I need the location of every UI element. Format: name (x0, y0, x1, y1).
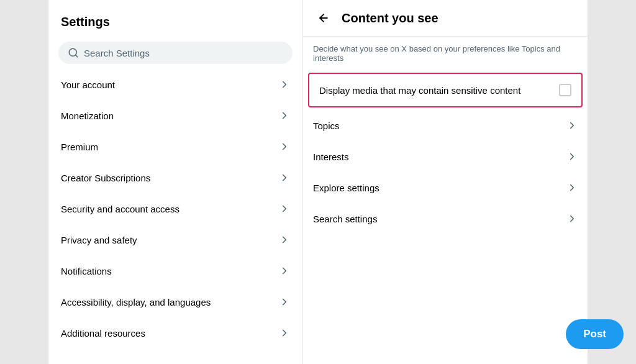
content-panel: Content you see Decide what you see on X… (303, 0, 588, 364)
chevron-right-icon (279, 265, 290, 276)
nav-item-label: Monetization (61, 111, 114, 121)
search-icon (68, 47, 79, 58)
nav-item-label: Accessibility, display, and languages (61, 297, 211, 307)
chevron-right-icon (566, 213, 578, 224)
search-container (48, 37, 302, 69)
sidebar-item-your-account[interactable]: Your account (48, 69, 302, 100)
content-item-sensitive-content[interactable]: Display media that may contain sensitive… (308, 73, 583, 107)
content-item-topics[interactable]: Topics (303, 110, 588, 141)
chevron-right-icon (566, 120, 578, 131)
chevron-right-icon (279, 110, 290, 121)
content-item-label: Topics (313, 121, 340, 131)
nav-item-label: Premium (61, 142, 98, 152)
post-button[interactable]: Post (566, 319, 624, 349)
nav-list: Your account Monetization Premium Creato… (48, 69, 302, 364)
content-item-label: Interests (313, 152, 349, 162)
chevron-right-icon (279, 141, 290, 152)
chevron-right-icon (279, 327, 290, 339)
nav-item-label: Additional resources (61, 328, 145, 339)
back-button[interactable] (313, 7, 334, 29)
settings-modal: Settings Your account Monetization (48, 0, 588, 364)
checkbox[interactable] (559, 84, 571, 96)
nav-item-label: Privacy and safety (61, 235, 137, 245)
chevron-right-icon (279, 296, 290, 307)
checkbox-container[interactable] (559, 84, 571, 96)
content-item-explore-settings[interactable]: Explore settings (303, 172, 588, 203)
sidebar-item-creator-subscriptions[interactable]: Creator Subscriptions (48, 162, 302, 193)
search-input[interactable] (84, 48, 283, 58)
chevron-right-icon (566, 182, 578, 193)
sidebar-item-notifications[interactable]: Notifications (48, 255, 302, 286)
sidebar-item-security-and-account-access[interactable]: Security and account access (48, 193, 302, 224)
content-item-search-settings[interactable]: Search settings (303, 203, 588, 234)
content-title: Content you see (342, 11, 438, 25)
sidebar-title: Settings (61, 10, 290, 37)
sidebar-item-monetization[interactable]: Monetization (48, 100, 302, 131)
chevron-right-icon (279, 234, 290, 245)
app-container: Settings Your account Monetization (0, 0, 636, 364)
sidebar-header: Settings (48, 0, 302, 37)
sidebar-item-privacy-and-safety[interactable]: Privacy and safety (48, 224, 302, 255)
content-subtitle: Decide what you see on X based on your p… (303, 37, 588, 70)
sidebar-item-additional-resources[interactable]: Additional resources (48, 317, 302, 348)
nav-item-label: Your account (61, 80, 115, 90)
svg-line-1 (75, 55, 77, 57)
content-item-label: Display media that may contain sensitive… (319, 85, 520, 96)
chevron-right-icon (566, 151, 578, 162)
search-box[interactable] (58, 42, 293, 64)
sidebar-item-premium[interactable]: Premium (48, 131, 302, 162)
back-arrow-icon (317, 12, 330, 24)
content-item-label: Explore settings (313, 183, 379, 193)
nav-item-label: Notifications (61, 266, 112, 276)
content-header: Content you see (303, 0, 588, 37)
content-item-label: Search settings (313, 214, 377, 224)
sidebar: Settings Your account Monetization (48, 0, 303, 364)
chevron-right-icon (279, 203, 290, 214)
sidebar-item-accessibility-display-and-languages[interactable]: Accessibility, display, and languages (48, 286, 302, 317)
chevron-right-icon (279, 172, 290, 183)
nav-item-label: Security and account access (61, 204, 179, 214)
chevron-right-icon (279, 79, 290, 90)
nav-item-label: Creator Subscriptions (61, 173, 150, 183)
content-items: Display media that may contain sensitive… (303, 70, 588, 234)
content-item-interests[interactable]: Interests (303, 141, 588, 172)
